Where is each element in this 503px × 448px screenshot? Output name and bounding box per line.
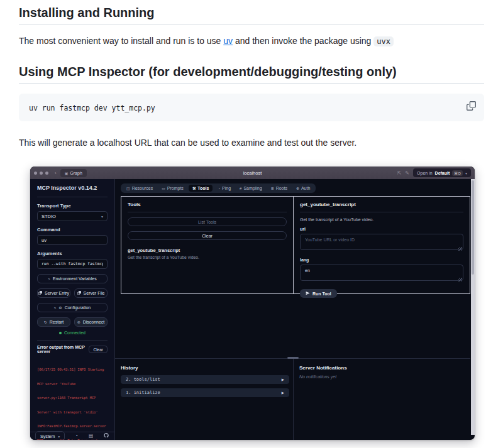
log-line: MCP server 'YouTube — [37, 382, 108, 387]
tab-label: Sampling — [243, 186, 262, 190]
tool-list-item[interactable]: get_youtube_transcript — [128, 248, 287, 253]
resources-icon: ◫ — [126, 186, 130, 190]
tab-pill-label: Graph — [70, 171, 82, 175]
shortcut-badge: ⌘O — [452, 170, 463, 176]
address-url[interactable]: localhost — [243, 170, 262, 176]
inline-code-uvx: uvx — [373, 36, 394, 46]
transport-type-value: STDIO — [41, 214, 56, 219]
configuration-button[interactable]: > ⚙ Configuration — [37, 303, 108, 312]
tab-auth[interactable]: ⊕Auth — [292, 185, 314, 192]
chrome-right-controls: ⇱ ✎ Open in Default ⌘O ▾ — [397, 168, 471, 177]
chevron-right-icon: > — [54, 306, 57, 310]
uv-link[interactable]: uv — [223, 36, 233, 46]
copy-icon — [467, 103, 476, 112]
expand-arrow-icon: ▶ — [282, 391, 284, 395]
log-line: [06/17/25 09:43:51] INFO Starting — [37, 368, 108, 373]
chevron-down-icon: ▾ — [465, 171, 467, 175]
share-icon[interactable]: ⇱ — [397, 170, 402, 176]
tab-tools[interactable]: ⚒Tools — [189, 185, 213, 192]
edit-icon[interactable]: ✎ — [405, 170, 409, 176]
list-tools-button[interactable]: List Tools — [128, 217, 287, 226]
intro-paragraph: The most convenient way to install and r… — [19, 35, 484, 48]
server-file-button[interactable]: Server File — [74, 288, 108, 298]
copy-icon — [77, 291, 81, 295]
tools-icon: ⚒ — [192, 186, 196, 190]
chevron-down-icon: ▾ — [58, 434, 60, 439]
command-label: Command — [37, 227, 108, 232]
url-input[interactable] — [300, 234, 463, 250]
tool-list-item-desc: Get the transcript of a YouTube video. — [128, 255, 287, 260]
history-item-label: 1. initialize — [126, 390, 160, 395]
paragraph-text: The most convenient way to install and r… — [19, 36, 223, 46]
environment-variables-button[interactable]: > Environment Variables — [37, 274, 108, 283]
section-heading-inspector: Using MCP Inspector (for development/deb… — [19, 64, 484, 84]
clock-icon[interactable]: ◔ — [75, 434, 78, 439]
localhost-paragraph: This will generate a localhost URL that … — [19, 136, 484, 149]
section-heading-installing: Installing and Running — [19, 5, 484, 25]
history-row[interactable]: 1. initialize ▶ — [121, 388, 289, 397]
restart-label: Restart — [50, 320, 64, 324]
open-in-default-button[interactable]: Open in Default ⌘O ▾ — [413, 168, 471, 177]
disconnect-button[interactable]: ⊘ Disconnect — [74, 317, 108, 327]
history-item-label: 2. tools/list — [126, 377, 160, 382]
send-icon — [306, 291, 310, 296]
status-dot-icon — [59, 332, 62, 334]
tab-label: Prompts — [167, 186, 184, 190]
traffic-light-icon[interactable] — [40, 172, 43, 175]
arguments-input[interactable] — [37, 259, 108, 269]
traffic-light-icon[interactable] — [45, 172, 48, 175]
run-tool-label: Run Tool — [312, 292, 331, 296]
tab-pill[interactable]: ▣ Graph — [60, 169, 87, 177]
chevron-down-icon: ▾ — [101, 214, 103, 219]
tab-ping[interactable]: ◔Ping — [214, 185, 235, 192]
tab-resources[interactable]: ◫Resources — [123, 185, 157, 192]
lang-field-label: lang — [300, 258, 463, 262]
tab-sampling[interactable]: #Sampling — [236, 185, 266, 192]
archive-icon[interactable]: ▤ — [89, 434, 93, 439]
divider — [37, 340, 108, 341]
arguments-label: Arguments — [37, 251, 108, 256]
theme-select[interactable]: System ▾ — [35, 431, 65, 440]
lang-input[interactable]: en — [300, 265, 463, 281]
history-header: History — [121, 365, 289, 371]
code-block: uv run fastmcp dev ytt_mcp.py — [19, 94, 484, 121]
roots-icon: ≣ — [271, 186, 274, 190]
expand-arrow-icon: ▶ — [282, 378, 284, 381]
history-row[interactable]: 2. tools/list ▶ — [121, 375, 289, 384]
transport-type-select[interactable]: STDIO ▾ — [37, 211, 108, 221]
server-entry-label: Server Entry — [45, 291, 69, 295]
transport-type-label: Transport Type — [37, 203, 108, 209]
environment-variables-label: Environment Variables — [53, 276, 97, 281]
clear-error-button[interactable]: Clear — [89, 346, 108, 353]
log-line: Server' with transport 'stdio' — [37, 410, 108, 415]
ping-icon: ◔ — [218, 187, 220, 190]
command-input[interactable] — [37, 235, 108, 245]
tab-roots[interactable]: ≣Roots — [267, 185, 291, 192]
copy-icon — [38, 291, 42, 295]
run-tool-button[interactable]: Run Tool — [300, 289, 337, 298]
tool-detail-panel: get_youtube_transcript Get the transcrip… — [294, 197, 470, 293]
open-target-label: Default — [435, 171, 450, 175]
tab-label: Auth — [301, 186, 310, 190]
server-entry-button[interactable]: Server Entry — [37, 288, 70, 298]
code-block-text: uv run fastmcp dev ytt_mcp.py — [29, 104, 155, 112]
log-line: server.py:1168 Transcript MCP — [37, 396, 108, 401]
vertical-divider — [293, 359, 294, 440]
tool-detail-desc: Get the transcript of a YouTube video. — [300, 217, 463, 222]
back-chevron-icon[interactable]: › — [55, 170, 57, 176]
status-label: Connected — [64, 331, 86, 335]
github-icon[interactable] — [104, 433, 109, 439]
configuration-label: Configuration — [65, 305, 91, 310]
copy-code-button[interactable] — [465, 99, 478, 114]
error-log: [06/17/25 09:43:51] INFO Starting MCP se… — [37, 358, 108, 440]
restart-icon: ↻ — [44, 320, 47, 324]
disconnect-label: Disconnect — [83, 320, 105, 324]
tab-prompts[interactable]: ▭Prompts — [158, 185, 187, 192]
scrollbar-thumb[interactable] — [472, 180, 474, 275]
tool-detail-header: get_youtube_transcript — [300, 202, 463, 212]
clear-tools-button[interactable]: Clear — [128, 231, 287, 240]
scrollbar[interactable] — [471, 179, 475, 435]
traffic-light-icon[interactable] — [34, 172, 37, 175]
restart-button[interactable]: ↻ Restart — [37, 317, 70, 327]
tab-label: Ping — [222, 186, 231, 190]
